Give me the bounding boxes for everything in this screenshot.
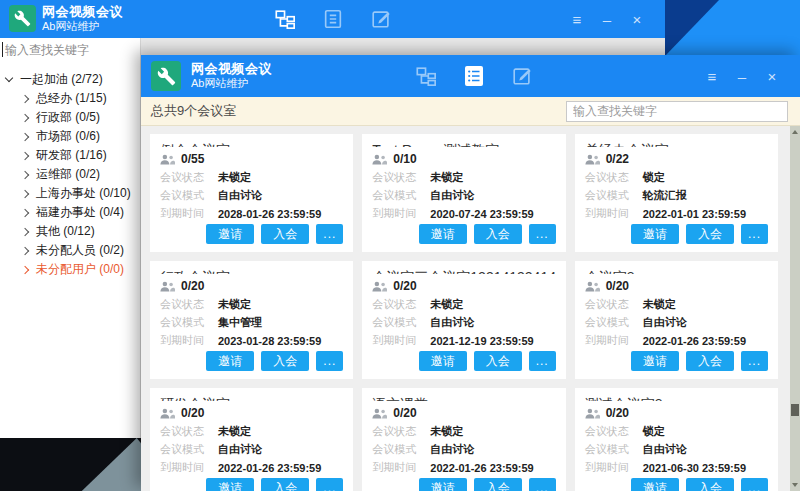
- chevron-right-icon: [21, 113, 29, 121]
- more-button[interactable]: ...: [529, 351, 556, 371]
- tree-root-item[interactable]: 一起加油 (2/72): [0, 70, 140, 89]
- participants-icon: [372, 408, 387, 419]
- scrollbar-thumb[interactable]: [791, 404, 799, 416]
- participants-icon: [585, 154, 600, 165]
- background-window-titlebar: 网会视频会议 Ab网站维护 ≡ – ×: [0, 0, 665, 38]
- mode-label: 会议模式: [160, 315, 218, 330]
- invite-button[interactable]: 邀请: [631, 224, 679, 244]
- invite-button[interactable]: 邀请: [206, 478, 254, 491]
- invite-button[interactable]: 邀请: [419, 224, 467, 244]
- join-button[interactable]: 入会: [261, 478, 309, 491]
- room-list-icon[interactable]: [320, 6, 346, 32]
- status-value: 未锁定: [218, 297, 251, 312]
- meeting-room-card: Test Room 测试教室 0/10 会议状态 未锁定 会议模式 自由讨论: [362, 134, 565, 252]
- mode-value: 自由讨论: [430, 188, 474, 203]
- invite-button[interactable]: 邀请: [206, 224, 254, 244]
- invite-button[interactable]: 邀请: [419, 351, 467, 371]
- expire-value: 2021-12-19 23:59:59: [430, 335, 533, 347]
- tree-item[interactable]: 福建办事处 (0/4): [0, 203, 140, 222]
- expire-label: 到期时间: [372, 206, 430, 221]
- compose-icon[interactable]: [368, 6, 394, 32]
- more-button[interactable]: ...: [741, 351, 768, 371]
- tree-item[interactable]: 其他 (0/12): [0, 222, 140, 241]
- participant-count: 0/20: [606, 406, 629, 420]
- mode-label: 会议模式: [585, 442, 643, 457]
- chevron-right-icon: [21, 151, 29, 159]
- mode-label: 会议模式: [160, 442, 218, 457]
- minimize-button[interactable]: –: [732, 66, 752, 86]
- tree-item[interactable]: 未分配用户 (0/0): [0, 260, 140, 279]
- mode-value: 轮流汇报: [643, 188, 687, 203]
- join-button[interactable]: 入会: [261, 351, 309, 371]
- org-chart-icon[interactable]: [272, 6, 298, 32]
- org-chart-icon[interactable]: [413, 63, 439, 89]
- tree-item[interactable]: 总经办 (1/15): [0, 89, 140, 108]
- close-button[interactable]: ×: [627, 9, 647, 29]
- join-button[interactable]: 入会: [686, 224, 734, 244]
- chevron-right-icon: [21, 132, 29, 140]
- expire-value: 2022-01-26 23:59:59: [218, 462, 321, 474]
- org-tree: 一起加油 (2/72) 总经办 (1/15) 行政部 (0/5) 市: [0, 62, 140, 279]
- invite-button[interactable]: 邀请: [419, 478, 467, 491]
- expire-label: 到期时间: [372, 460, 430, 475]
- join-button[interactable]: 入会: [474, 351, 522, 371]
- compose-icon[interactable]: [509, 63, 535, 89]
- vertical-scrollbar[interactable]: [790, 126, 800, 491]
- more-button[interactable]: ...: [741, 478, 768, 491]
- tree-item[interactable]: 上海办事处 (0/10): [0, 184, 140, 203]
- tree-item[interactable]: 运维部 (0/2): [0, 165, 140, 184]
- mode-value: 自由讨论: [643, 442, 687, 457]
- expire-value: 2022-01-01 23:59:59: [643, 208, 746, 220]
- chevron-right-icon: [21, 246, 29, 254]
- tree-item[interactable]: 未分配人员 (0/2): [0, 241, 140, 260]
- room-name: 会议室8: [585, 269, 768, 274]
- participant-count: 0/20: [393, 279, 416, 293]
- desktop-wallpaper-bottom-left: [0, 438, 141, 491]
- scroll-up-arrow-icon[interactable]: [790, 126, 800, 138]
- tree-item[interactable]: 市场部 (0/6): [0, 127, 140, 146]
- room-search-input[interactable]: [566, 101, 788, 122]
- more-button[interactable]: ...: [529, 478, 556, 491]
- close-button[interactable]: ×: [762, 66, 782, 86]
- expire-value: 2023-01-28 23:59:59: [218, 335, 321, 347]
- room-name: 测试会议室8: [585, 396, 768, 401]
- room-list-icon-selected[interactable]: [461, 63, 487, 89]
- participant-count: 0/22: [606, 152, 629, 166]
- tree-item-label: 研发部 (1/16): [36, 147, 107, 164]
- more-button[interactable]: ...: [529, 224, 556, 244]
- mode-label: 会议模式: [372, 442, 430, 457]
- more-button[interactable]: ...: [316, 224, 343, 244]
- sidebar-search-input[interactable]: [0, 38, 140, 62]
- tree-item[interactable]: 研发部 (1/16): [0, 146, 140, 165]
- tree-item-label: 未分配用户 (0/0): [36, 261, 124, 278]
- tree-item-label: 市场部 (0/6): [36, 128, 100, 145]
- status-value: 未锁定: [430, 297, 463, 312]
- invite-button[interactable]: 邀请: [206, 351, 254, 371]
- join-button[interactable]: 入会: [261, 224, 309, 244]
- more-button[interactable]: ...: [316, 478, 343, 491]
- scroll-down-arrow-icon[interactable]: [790, 479, 800, 491]
- status-value: 锁定: [643, 424, 665, 439]
- join-button[interactable]: 入会: [474, 224, 522, 244]
- more-button[interactable]: ...: [741, 224, 768, 244]
- join-button[interactable]: 入会: [686, 351, 734, 371]
- background-app-subtitle: Ab网站维护: [42, 20, 123, 34]
- join-button[interactable]: 入会: [686, 478, 734, 491]
- mode-value: 自由讨论: [643, 315, 687, 330]
- menu-button[interactable]: ≡: [702, 66, 722, 86]
- participants-icon: [585, 408, 600, 419]
- expire-label: 到期时间: [160, 460, 218, 475]
- status-label: 会议状态: [585, 424, 643, 439]
- join-button[interactable]: 入会: [474, 478, 522, 491]
- more-button[interactable]: ...: [316, 351, 343, 371]
- meeting-app-title: 网会视频会议: [191, 61, 272, 77]
- participants-icon: [585, 281, 600, 292]
- status-value: 未锁定: [643, 297, 676, 312]
- status-value: 未锁定: [430, 170, 463, 185]
- minimize-button[interactable]: –: [597, 9, 617, 29]
- tree-item[interactable]: 行政部 (0/5): [0, 108, 140, 127]
- meeting-room-card: 会议室三会议室123141324141三会... 0/20 会议状态 未锁定 会…: [362, 261, 565, 379]
- invite-button[interactable]: 邀请: [631, 478, 679, 491]
- menu-button[interactable]: ≡: [567, 9, 587, 29]
- invite-button[interactable]: 邀请: [631, 351, 679, 371]
